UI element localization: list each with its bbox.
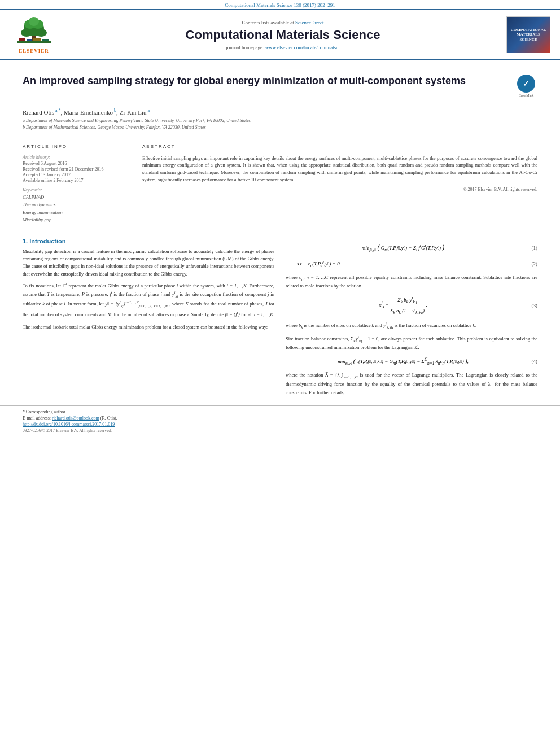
equation-4-number: (4): [520, 359, 537, 364]
svg-rect-11: [42, 39, 49, 41]
email-link[interactable]: richard.otis@outlook.com: [52, 416, 99, 421]
equation-4-content: minf⃗,y⃗ ( ℒ(T,P,f⃗,y⃗,λ⃗) = Gm(T,P,f⃗,y…: [286, 357, 520, 366]
right-text-after-eq4: where the notation λ⃗ = {λn}n=1,...,C is…: [286, 372, 537, 396]
footer-copyright: 0927-0256/© 2017 Elsevier B.V. All right…: [23, 428, 537, 433]
doi-link[interactable]: http://dx.doi.org/10.1016/j.commatsci.20…: [23, 422, 115, 427]
left-column: 1. Introduction Miscibility gap detectio…: [23, 238, 274, 400]
equation-3-block: xjs = Σk bk yik,j Σk bk (1 − yik,Va) , (…: [286, 294, 537, 316]
equation-1-number: (1): [520, 245, 537, 251]
equation-2-number: (2): [520, 261, 537, 267]
authors-section: Richard Otis a,*, Maria Emelianenko b, Z…: [23, 103, 537, 133]
keywords-section: Keywords: CALPHAD Thermodynamics Energy …: [23, 187, 128, 224]
abstract-text: Effective initial sampling plays an impo…: [142, 155, 537, 184]
received-revised-date: Received in revised form 21 December 201…: [23, 167, 128, 172]
email-line: E-mail address: richard.otis@outlook.com…: [23, 416, 537, 421]
intro-number: 1.: [23, 238, 28, 244]
affiliation-b: b Department of Mathematical Sciences, G…: [23, 124, 537, 131]
right-column: minf⃗,y⃗ ( Gm(T,P,f⃗,y⃗) = Σi fiGi(T,P,y…: [286, 238, 537, 400]
intro-paragraph-1: Miscibility gap detection is a crucial f…: [23, 248, 274, 278]
cover-thumbnail: COMPUTATIONALMATERIALSSCIENCE: [506, 16, 550, 53]
intro-section-title: 1. Introduction: [23, 238, 274, 244]
info-abstract-row: ARTICLE INFO Article history: Received 6…: [23, 139, 537, 229]
equation-3-content: xjs = Σk bk yik,j Σk bk (1 − yik,Va) ,: [286, 295, 520, 315]
equation-1-formula: minf⃗,y⃗ ( Gm(T,P,f⃗,y⃗) = Σi fiGi(T,P,y…: [362, 245, 445, 251]
copyright-line: © 2017 Elsevier B.V. All rights reserved…: [142, 187, 537, 192]
crossmark-badge: ✓ CrossMark: [515, 75, 537, 97]
equation-2-formula: s.t. cn(T,P,fi,y⃗) = 0: [297, 261, 340, 267]
article-history-label: Article history:: [23, 155, 128, 160]
svg-rect-0: [17, 41, 51, 43]
right-text-after-eq2: where cn, n = 1,…,C represent all possib…: [286, 274, 537, 290]
elsevier-name: ELSEVIER: [19, 48, 49, 54]
elsevier-logo: ELSEVIER: [8, 16, 59, 54]
page-footer: * Corresponding author. E-mail address: …: [0, 405, 560, 436]
corresponding-author-note: * Corresponding author.: [23, 409, 537, 414]
journal-ref-bar: Computational Materials Science 130 (201…: [0, 0, 560, 9]
accepted-date: Accepted 13 January 2017: [23, 172, 128, 177]
page-container: Computational Materials Science 130 (201…: [0, 0, 560, 436]
keyword-4: Miscibility gap: [23, 216, 128, 224]
equation-1-block: minf⃗,y⃗ ( Gm(T,P,f⃗,y⃗) = Σi fiGi(T,P,y…: [286, 242, 537, 254]
equation-3-formula: xjs = Σk bk yik,j Σk bk (1 − yik,Va) ,: [379, 302, 427, 308]
journal-title: Computational Materials Science: [65, 28, 501, 42]
author-maria: Maria Emelianenko: [64, 109, 113, 116]
article-info-title: ARTICLE INFO: [23, 144, 128, 151]
keywords-label: Keywords:: [23, 187, 128, 193]
keyword-1: CALPHAD: [23, 194, 128, 202]
keyword-2: Thermodynamics: [23, 201, 128, 209]
intro-title: Introduction: [29, 238, 65, 244]
article-title: An improved sampling strategy for global…: [23, 75, 506, 88]
crossmark-label: CrossMark: [519, 94, 534, 97]
abstract-title: ABSTRACT: [142, 144, 537, 151]
main-content: 1. Introduction Miscibility gap detectio…: [23, 238, 537, 400]
affiliations: a Department of Materials Science and En…: [23, 117, 537, 131]
keyword-3: Energy minimization: [23, 209, 128, 217]
equation-4-formula: minf⃗,y⃗ ( ℒ(T,P,f⃗,y⃗,λ⃗) = Gm(T,P,f⃗,y…: [338, 359, 469, 364]
intro-paragraph-3: The isothermal-isobaric total molar Gibb…: [23, 324, 274, 331]
available-date: Available online 2 February 2017: [23, 178, 128, 183]
science-direct-line: Contents lists available at ScienceDirec…: [65, 20, 501, 25]
author-zikui: Zi-Kui Liu: [120, 109, 147, 116]
equation-2-block: s.t. cn(T,P,fi,y⃗) = 0 (2): [286, 258, 537, 269]
article-body: An improved sampling strategy for global…: [0, 60, 560, 405]
journal-homepage-line: journal homepage: www.elsevier.com/locat…: [65, 45, 501, 50]
article-title-section: An improved sampling strategy for global…: [23, 66, 537, 103]
science-direct-link[interactable]: ScienceDirect: [295, 20, 323, 25]
journal-cover-image: COMPUTATIONALMATERIALSSCIENCE: [506, 16, 552, 53]
journal-homepage-link[interactable]: www.elsevier.com/locate/commatsci: [265, 45, 340, 50]
crossmark-icon: ✓: [517, 75, 535, 93]
svg-rect-8: [19, 38, 25, 41]
abstract-column: ABSTRACT Effective initial sampling play…: [135, 139, 537, 229]
svg-point-3: [21, 29, 32, 37]
intro-paragraph-2: To fix notations, let Gi represent the m…: [23, 281, 274, 320]
svg-rect-10: [33, 38, 41, 41]
journal-header: ELSEVIER Contents lists available at Sci…: [0, 9, 560, 60]
journal-header-center: Contents lists available at ScienceDirec…: [65, 20, 501, 50]
authors-line: Richard Otis a,*, Maria Emelianenko b, Z…: [23, 108, 537, 116]
elsevier-tree-icon: [14, 16, 54, 47]
author-richard: Richard Otis: [23, 109, 54, 116]
received-date: Received 6 August 2016: [23, 161, 128, 166]
svg-point-4: [36, 29, 47, 37]
doi-line: http://dx.doi.org/10.1016/j.commatsci.20…: [23, 422, 537, 427]
stated-word: stated: [214, 324, 225, 330]
equation-1-content: minf⃗,y⃗ ( Gm(T,P,f⃗,y⃗) = Σi fiGi(T,P,y…: [286, 243, 520, 252]
svg-rect-9: [27, 39, 32, 41]
right-text-site-fraction: Site fraction balance constraints, Σkyik…: [286, 334, 537, 352]
journal-ref-text: Computational Materials Science 130 (201…: [225, 2, 335, 8]
equation-2-content: s.t. cn(T,P,fi,y⃗) = 0: [286, 259, 520, 268]
article-info-column: ARTICLE INFO Article history: Received 6…: [23, 139, 135, 229]
right-text-after-eq3: where bk is the number of sites on subla…: [286, 321, 537, 330]
svg-point-7: [29, 17, 39, 26]
equation-3-number: (3): [520, 303, 537, 308]
affiliation-a: a Department of Materials Science and En…: [23, 117, 537, 124]
equation-4-block: minf⃗,y⃗ ( ℒ(T,P,f⃗,y⃗,λ⃗) = Gm(T,P,f⃗,y…: [286, 356, 537, 367]
